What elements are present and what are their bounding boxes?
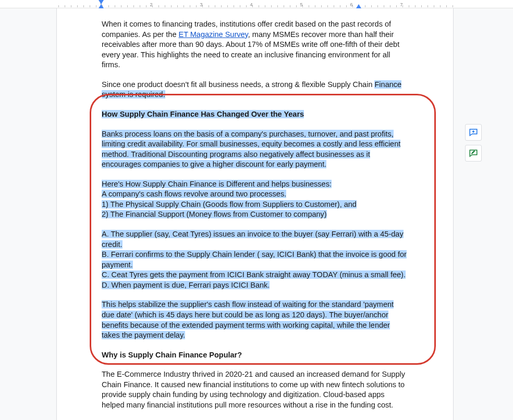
horizontal-ruler: 1234567 bbox=[0, 0, 513, 8]
selection-span: C. Ceat Tyres gets the payment from ICIC… bbox=[102, 270, 406, 279]
selection-span: How Supply Chain Finance Has Changed Ove… bbox=[102, 110, 304, 118]
suggest-edit-icon bbox=[469, 149, 478, 158]
ruler-number: 2 bbox=[150, 2, 152, 7]
ruler-number: 6 bbox=[350, 2, 352, 7]
selection-span: Here's How Supply Chain Finance is Diffe… bbox=[102, 180, 332, 188]
ruler-number: 4 bbox=[250, 2, 252, 7]
heading-changed[interactable]: How Supply Chain Finance Has Changed Ove… bbox=[102, 109, 408, 120]
paragraph-stabilize[interactable]: This helps stabilize the supplier's cash… bbox=[102, 300, 408, 340]
text-span: Since one product doesn't fit all busine… bbox=[102, 80, 374, 89]
paragraph-ecom[interactable]: The E-Commerce Industry thrived in 2020-… bbox=[102, 369, 408, 410]
selection-span: A company's cash flows revolve around tw… bbox=[102, 190, 286, 198]
paragraph-intro-b[interactable]: Since one product doesn't fit all busine… bbox=[102, 80, 408, 100]
et-magazine-link[interactable]: ET Magazine Survey bbox=[179, 30, 248, 39]
indent-marker-bottom[interactable] bbox=[99, 4, 104, 8]
selection-span: B. Ferrari confirms to the Supply Chain … bbox=[102, 250, 407, 269]
selection-span: Banks process loans on the basis of a co… bbox=[102, 130, 400, 169]
comment-plus-icon bbox=[469, 128, 478, 137]
selection-span: 1) The Physical Supply Chain (Goods flow… bbox=[102, 200, 357, 208]
selection-span: 2) The Financial Support (Money flows fr… bbox=[102, 210, 327, 218]
right-indent-marker[interactable] bbox=[356, 4, 361, 8]
paragraph-banks[interactable]: Banks process loans on the basis of a co… bbox=[102, 129, 408, 170]
selection-span: This helps stabilize the supplier's cash… bbox=[102, 300, 394, 339]
ruler-number: 3 bbox=[200, 2, 202, 7]
suggest-edits-button[interactable] bbox=[465, 145, 482, 162]
side-button-group bbox=[465, 124, 482, 162]
ruler-number: 5 bbox=[300, 2, 302, 7]
paragraph-heres[interactable]: Here's How Supply Chain Finance is Diffe… bbox=[102, 179, 408, 220]
ruler-number: 7 bbox=[400, 2, 402, 7]
paragraph-steps[interactable]: A. The supplier (say, Ceat Tyres) issues… bbox=[102, 229, 408, 290]
document-canvas: When it comes to financing trades, insti… bbox=[0, 8, 513, 420]
selection-span: A. The supplier (say, Ceat Tyres) issues… bbox=[102, 230, 404, 249]
paragraph-intro-a[interactable]: When it comes to financing trades, insti… bbox=[102, 19, 408, 70]
document-page[interactable]: When it comes to financing trades, insti… bbox=[56, 8, 454, 420]
heading-popular[interactable]: Why is Supply Chain Finance Popular? bbox=[102, 350, 408, 361]
add-comment-button[interactable] bbox=[465, 124, 482, 141]
indent-marker-top[interactable] bbox=[99, 0, 104, 4]
selection-span: D. When payment is due, Ferrari pays ICI… bbox=[102, 281, 270, 289]
